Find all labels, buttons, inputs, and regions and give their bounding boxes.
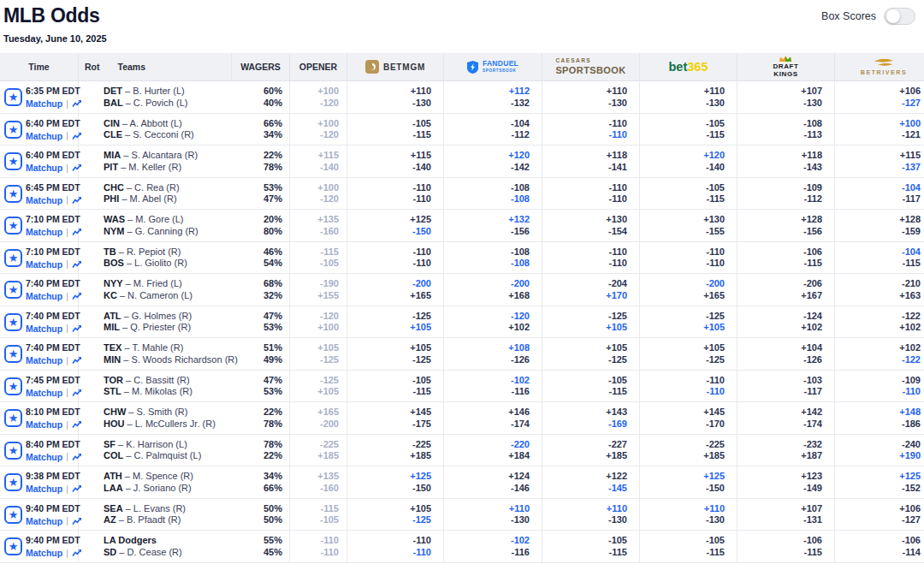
away-odds-value[interactable]: -110: [640, 246, 725, 258]
matchup-link[interactable]: Matchup: [26, 131, 62, 141]
matchup-link[interactable]: Matchup: [26, 484, 62, 494]
away-odds-value[interactable]: +145: [347, 407, 431, 418]
away-odds-value[interactable]: +106: [835, 86, 921, 97]
odds-cell-draftkings[interactable]: -106-115: [737, 531, 834, 562]
betmgm-logo[interactable]: BETMGM: [346, 53, 443, 80]
home-odds-value[interactable]: -117: [737, 386, 822, 397]
away-odds-value[interactable]: +110: [542, 86, 627, 97]
odds-cell-betrivers[interactable]: +100-121: [834, 114, 924, 145]
away-odds-value[interactable]: +100: [835, 118, 921, 129]
line-chart-icon[interactable]: [72, 453, 82, 461]
odds-cell-fanduel[interactable]: -200+168: [443, 274, 542, 306]
odds-cell-draftkings[interactable]: -103-117: [737, 371, 834, 402]
odds-cell-fanduel[interactable]: +132-156: [443, 210, 542, 241]
away-odds-value[interactable]: +120: [444, 150, 530, 161]
home-odds-value[interactable]: -152: [835, 483, 921, 494]
home-odds-value[interactable]: -130: [542, 514, 627, 525]
home-odds-value[interactable]: -130: [347, 98, 431, 109]
away-odds-value[interactable]: +145: [640, 407, 725, 418]
matchup-link[interactable]: Matchup: [26, 163, 62, 173]
away-odds-value[interactable]: +143: [542, 407, 627, 418]
odds-cell-betrivers[interactable]: -104-115: [834, 242, 924, 274]
odds-cell-caesars[interactable]: +105-125: [542, 338, 639, 370]
odds-cell-betrivers[interactable]: +128-159: [834, 210, 924, 241]
home-odds-value[interactable]: +102: [835, 322, 921, 333]
home-odds-value[interactable]: -110: [640, 386, 725, 397]
odds-cell-betrivers[interactable]: -109-110: [834, 371, 924, 402]
home-odds-value[interactable]: -186: [835, 419, 921, 430]
home-odds-value[interactable]: -130: [737, 98, 822, 109]
home-odds-value[interactable]: -126: [737, 354, 822, 365]
away-odds-value[interactable]: -102: [444, 535, 530, 546]
odds-cell-betmgm[interactable]: -225+185: [346, 435, 443, 466]
home-odds-value[interactable]: +165: [347, 290, 431, 301]
home-odds-value[interactable]: -115: [640, 193, 725, 205]
line-chart-icon[interactable]: [72, 196, 82, 205]
odds-cell-betrivers[interactable]: +148-186: [834, 402, 924, 434]
home-odds-value[interactable]: -142: [444, 162, 530, 173]
away-odds-value[interactable]: -225: [640, 439, 725, 450]
away-odds-value[interactable]: +110: [640, 503, 725, 514]
home-odds-value[interactable]: -125: [347, 354, 431, 365]
away-odds-value[interactable]: -225: [347, 439, 431, 450]
away-odds-value[interactable]: -106: [737, 535, 822, 546]
favorite-star-button[interactable]: ★: [4, 409, 22, 427]
favorite-star-button[interactable]: ★: [4, 473, 22, 491]
home-odds-value[interactable]: -140: [640, 162, 725, 173]
odds-cell-caesars[interactable]: +122-145: [542, 466, 639, 498]
away-odds-value[interactable]: -125: [542, 311, 627, 322]
odds-cell-bet365[interactable]: +120-140: [639, 145, 737, 177]
odds-cell-caesars[interactable]: +118-141: [542, 145, 639, 177]
odds-cell-betrivers[interactable]: +125-152: [834, 466, 924, 498]
home-odds-value[interactable]: -115: [737, 547, 822, 558]
home-odds-value[interactable]: -117: [835, 193, 921, 205]
home-odds-value[interactable]: -115: [542, 547, 627, 558]
away-odds-value[interactable]: -110: [347, 182, 431, 193]
away-odds-value[interactable]: +128: [835, 214, 921, 225]
away-odds-value[interactable]: +124: [444, 471, 530, 482]
home-odds-value[interactable]: -122: [835, 354, 921, 365]
home-odds-value[interactable]: -150: [347, 226, 431, 237]
home-odds-value[interactable]: -110: [542, 129, 627, 140]
away-odds-value[interactable]: -105: [640, 182, 725, 193]
away-odds-value[interactable]: +125: [347, 471, 431, 482]
favorite-star-button[interactable]: ★: [4, 506, 22, 524]
caesars-logo[interactable]: CAESARS SPORTSBOOK: [542, 53, 639, 80]
away-odds-value[interactable]: -110: [640, 375, 725, 386]
favorite-star-button[interactable]: ★: [4, 537, 22, 555]
home-odds-value[interactable]: +170: [542, 290, 627, 301]
odds-cell-betmgm[interactable]: -125+105: [346, 306, 443, 338]
away-odds-value[interactable]: +112: [444, 86, 530, 97]
matchup-link[interactable]: Matchup: [26, 548, 62, 558]
home-odds-value[interactable]: -115: [542, 386, 627, 397]
home-odds-value[interactable]: +187: [737, 450, 822, 461]
matchup-link[interactable]: Matchup: [26, 419, 62, 430]
home-odds-value[interactable]: -116: [444, 386, 530, 397]
home-odds-value[interactable]: -156: [737, 226, 822, 237]
home-odds-value[interactable]: +105: [347, 322, 431, 333]
favorite-star-button[interactable]: ★: [4, 249, 22, 267]
home-odds-value[interactable]: -130: [542, 98, 627, 109]
away-odds-value[interactable]: -120: [444, 311, 530, 322]
away-odds-value[interactable]: -106: [737, 246, 822, 258]
odds-cell-bet365[interactable]: +110-130: [639, 81, 737, 113]
box-scores-toggle[interactable]: [884, 8, 915, 25]
odds-cell-bet365[interactable]: -225+185: [639, 435, 737, 466]
odds-cell-caesars[interactable]: -110-110: [542, 114, 639, 145]
home-odds-value[interactable]: -108: [444, 193, 530, 205]
away-odds-value[interactable]: +107: [737, 503, 822, 514]
odds-cell-bet365[interactable]: -105-115: [639, 178, 737, 210]
away-odds-value[interactable]: -108: [444, 182, 530, 193]
odds-cell-fanduel[interactable]: -104-112: [443, 114, 542, 145]
odds-cell-betmgm[interactable]: +105-125: [346, 338, 443, 370]
home-odds-value[interactable]: -141: [542, 162, 627, 173]
away-odds-value[interactable]: -110: [542, 118, 627, 129]
away-odds-value[interactable]: +115: [835, 150, 921, 161]
away-odds-value[interactable]: -103: [737, 375, 822, 386]
favorite-star-button[interactable]: ★: [4, 88, 22, 106]
odds-cell-betmgm[interactable]: +145-175: [346, 402, 443, 434]
away-odds-value[interactable]: -206: [737, 278, 822, 289]
line-chart-icon[interactable]: [72, 420, 82, 429]
home-odds-value[interactable]: -156: [444, 226, 530, 237]
favorite-star-button[interactable]: ★: [4, 185, 22, 203]
